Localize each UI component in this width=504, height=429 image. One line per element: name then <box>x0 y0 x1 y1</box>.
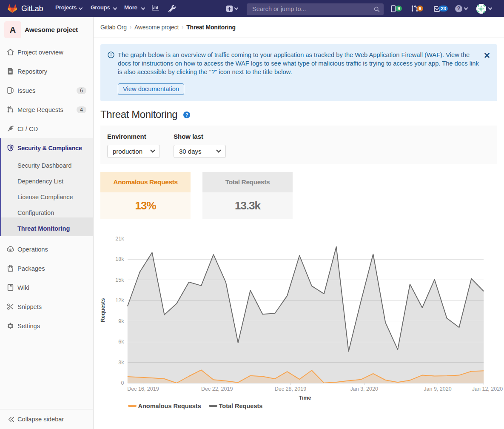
svg-text:21k: 21k <box>115 236 124 242</box>
svg-text:Jan 9, 2020: Jan 9, 2020 <box>424 386 451 392</box>
svg-text:15k: 15k <box>115 277 124 283</box>
svg-text:Total Requests: Total Requests <box>219 403 263 409</box>
svg-text:0: 0 <box>121 380 124 386</box>
svg-text:Dec 28, 2019: Dec 28, 2019 <box>275 386 306 392</box>
svg-text:Dec 16, 2019: Dec 16, 2019 <box>127 386 159 392</box>
svg-text:9k: 9k <box>118 318 124 324</box>
svg-text:6k: 6k <box>118 339 124 345</box>
svg-text:3k: 3k <box>118 360 124 366</box>
svg-text:12k: 12k <box>115 297 124 303</box>
svg-text:Time: Time <box>299 395 311 401</box>
svg-text:Requests: Requests <box>100 298 106 322</box>
svg-text:Dec 22, 2019: Dec 22, 2019 <box>201 386 233 392</box>
svg-text:Anomalous Requests: Anomalous Requests <box>138 403 201 409</box>
svg-text:Jan 12, 2020: Jan 12, 2020 <box>472 386 503 392</box>
svg-text:Jan 3, 2020: Jan 3, 2020 <box>350 386 378 392</box>
svg-text:18k: 18k <box>115 256 124 262</box>
